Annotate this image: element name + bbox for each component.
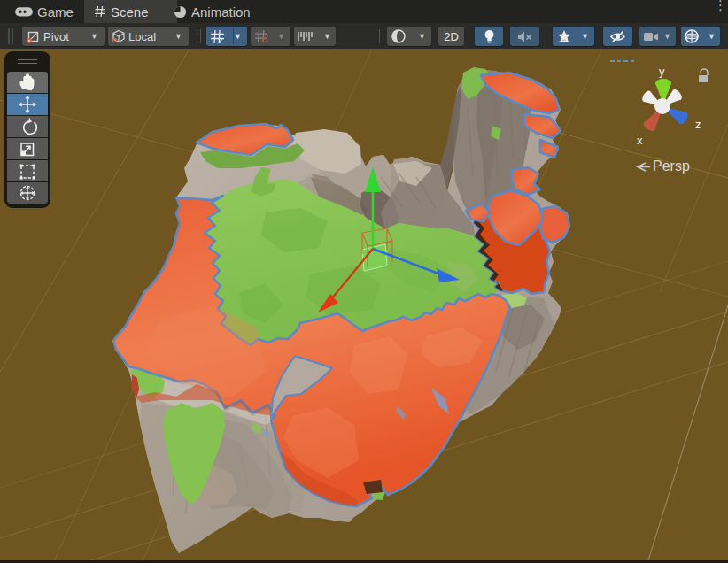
svg-text:Y: Y [218,37,223,44]
svg-text:Persp: Persp [653,158,690,174]
svg-text:y: y [659,65,665,78]
svg-text:z: z [695,118,701,131]
svg-text:x: x [637,134,643,147]
